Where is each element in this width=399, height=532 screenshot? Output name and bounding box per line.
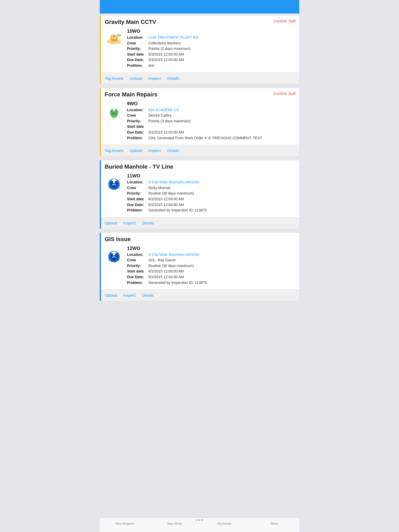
action-tag-assets-button[interactable]: Tag Assets xyxy=(105,148,124,153)
card-icon-2 xyxy=(105,101,123,120)
action-bar-3: UploadInspectDetails xyxy=(101,217,299,229)
due-date-row-2: Due Date: 5/2/2015 12:00:00 AM xyxy=(127,130,296,135)
card-body-3: 11WO Location: S-City-Wide Manholes-MH10… xyxy=(101,172,299,217)
svg-point-16 xyxy=(113,111,115,114)
crew-row-2: Crew Derrick Cathry xyxy=(127,113,296,118)
action-bar-2: Tag AssetsUploadInspectDetails xyxy=(101,145,299,156)
confirm-spill-button[interactable]: Confirm Spill xyxy=(274,91,296,96)
work-order-card-1: Gravity Main CCTV Confirm Spill 10WO xyxy=(100,16,299,84)
action-inspect-button[interactable]: Inspect xyxy=(123,221,136,225)
start-date-label: Start date xyxy=(127,52,148,57)
priority-value-1: Priority (3 days maximum) xyxy=(148,46,296,51)
start-date-value: 5/3/2015 12:00:00 AM xyxy=(148,52,296,57)
card-icon-3 xyxy=(105,173,123,192)
action-inspect-button[interactable]: Inspect xyxy=(148,148,161,153)
problem-label-2: Problem: xyxy=(127,136,148,141)
priority-row-3: Priority: Routine (30 days maximum) xyxy=(127,191,296,196)
crew-label-4: Crew xyxy=(127,258,148,263)
action-upload-button[interactable]: Upload xyxy=(130,148,142,153)
priority-row-4: Priority: Routine (30 days maximum) xyxy=(127,263,296,269)
location-value-2[interactable]: 814 ACADEMY LN xyxy=(148,108,296,113)
problem-row-4: Problem: Generated by Inspection ID: 113… xyxy=(127,280,296,285)
crew-value-3: Ricky Morrow xyxy=(148,185,296,191)
card-icon-4 xyxy=(105,246,123,264)
problem-value-4: Generated by Inspection ID: 113675 xyxy=(148,280,296,285)
problem-label-4: Problem: xyxy=(127,280,148,285)
location-value-3[interactable]: S-City-Wide Manholes-MH1054 xyxy=(148,180,296,185)
crew-label-3: Crew xyxy=(127,185,148,191)
wo-number-4: 12WO xyxy=(127,246,296,251)
action-details-button[interactable]: Details xyxy=(167,76,179,81)
location-label-2: Location: xyxy=(127,108,148,113)
due-date-value-2: 5/2/2015 12:00:00 AM xyxy=(148,130,296,135)
start-date-label: Start date xyxy=(127,269,148,274)
due-date-value-4: 6/2/2015 12:00:00 AM xyxy=(148,275,296,280)
due-date-label-2: Due Date: xyxy=(127,130,148,135)
priority-row-1: Priority: Priority (3 days maximum) xyxy=(127,46,296,51)
card-body-2: 9WO Location: 814 ACADEMY LN Crew Derric… xyxy=(101,100,299,145)
card-header-2: Force Main Repairs Confirm Spill xyxy=(101,88,299,100)
crew-value-1: Collections Workers xyxy=(148,41,296,46)
due-date-label-4: Due Date: xyxy=(127,275,148,280)
problem-label-1: Problem: xyxy=(127,63,148,68)
priority-row-2: Priority: Priority (3 days maximum) xyxy=(127,119,296,124)
card-title-2: Force Main Repairs xyxy=(105,91,157,98)
wo-number-3: 11WO xyxy=(127,173,296,179)
location-label-3: Location: xyxy=(127,180,148,185)
action-tag-assets-button[interactable]: Tag Assets xyxy=(105,76,124,81)
svg-point-5 xyxy=(109,40,112,41)
crew-value-4: GIS - Ray Garret xyxy=(148,258,296,263)
svg-point-32 xyxy=(113,251,115,254)
location-label-1: Location: xyxy=(127,35,148,40)
problem-value-3: Generated by Inspection ID: 113675 xyxy=(148,208,296,213)
action-details-button[interactable]: Details xyxy=(167,148,179,153)
card-details-1: 10WO Location: 2144 TREATMENT PLANT RD C… xyxy=(127,29,296,69)
card-header-4: GIS Issue xyxy=(101,233,299,245)
problem-label-3: Problem: xyxy=(127,208,148,213)
work-order-card-4: GIS Issue 12WO Location: xyxy=(100,233,299,301)
priority-label-2: Priority: xyxy=(127,119,148,124)
start-date-row: Start date 5/3/2015 12:00:00 AM xyxy=(127,52,296,57)
priority-label-4: Priority: xyxy=(127,263,148,269)
start-date-label: Start date xyxy=(127,124,148,129)
action-details-button[interactable]: Details xyxy=(142,293,154,297)
confirm-spill-button[interactable]: Confirm Spill xyxy=(274,19,296,23)
action-upload-button[interactable]: Upload xyxy=(105,221,117,225)
start-date-label: Start date xyxy=(127,197,148,202)
action-upload-button[interactable]: Upload xyxy=(105,293,117,297)
card-details-3: 11WO Location: S-City-Wide Manholes-MH10… xyxy=(127,173,296,214)
card-wrapper-2: Force Main Repairs Confirm Spill 9WO Loc… xyxy=(100,86,299,158)
location-row-4: Location: S-City-Wide Manholes-MH1054 xyxy=(127,252,296,257)
due-date-row-1: Due Date: 5/3/2015 12:00:00 AM xyxy=(127,57,296,63)
card-body-4: 12WO Location: S-City-Wide Manholes-MH10… xyxy=(101,245,299,290)
action-upload-button[interactable]: Upload xyxy=(130,76,142,81)
svg-point-9 xyxy=(118,35,119,36)
start-date-value xyxy=(148,124,296,129)
start-date-row: Start date xyxy=(127,124,296,129)
card-title-3: Buried Manhole - TV Line xyxy=(105,163,173,170)
action-inspect-button[interactable]: Inspect xyxy=(148,76,161,81)
svg-point-4 xyxy=(113,35,115,37)
action-details-button[interactable]: Details xyxy=(142,221,154,225)
problem-row-2: Problem: C04; Generated From Work Order … xyxy=(127,136,296,141)
work-order-card-2: Force Main Repairs Confirm Spill 9WO Loc… xyxy=(100,88,299,156)
crew-row-3: Crew Ricky Morrow xyxy=(127,185,296,191)
start-date-row: Start date 6/2/2015 12:00:00 AM xyxy=(127,197,296,202)
cards-container: Gravity Main CCTV Confirm Spill 10WO xyxy=(100,14,299,303)
card-wrapper-4: GIS Issue 12WO Location: xyxy=(100,231,299,303)
header xyxy=(100,0,299,14)
action-bar-1: Tag AssetsUploadInspectDetails xyxy=(101,72,299,84)
work-order-card-3: Buried Manhole - TV Line 11WO xyxy=(100,160,299,229)
action-inspect-button[interactable]: Inspect xyxy=(123,293,136,297)
problem-value-1: test xyxy=(148,63,296,68)
card-body-1: 10WO Location: 2144 TREATMENT PLANT RD C… xyxy=(101,28,299,72)
due-date-row-4: Due Date: 6/2/2015 12:00:00 AM xyxy=(127,275,296,280)
card-header-3: Buried Manhole - TV Line xyxy=(101,160,299,172)
crew-row-4: Crew GIS - Ray Garret xyxy=(127,258,296,263)
location-value-1[interactable]: 2144 TREATMENT PLANT RD xyxy=(148,35,296,40)
card-header-1: Gravity Main CCTV Confirm Spill xyxy=(101,16,299,28)
location-value-4[interactable]: S-City-Wide Manholes-MH1054 xyxy=(148,252,296,257)
due-date-value-1: 5/3/2015 12:00:00 AM xyxy=(148,57,296,63)
due-date-row-3: Due Date: 6/2/2015 12:00:00 AM xyxy=(127,202,296,208)
svg-rect-15 xyxy=(112,108,116,109)
